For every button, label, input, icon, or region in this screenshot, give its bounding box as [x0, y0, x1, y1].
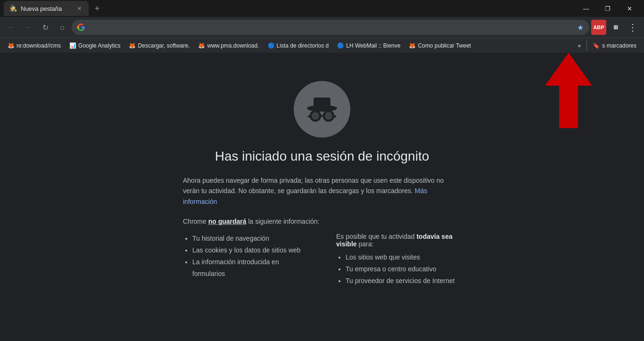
svg-rect-2: [314, 97, 330, 109]
bookmark-label-tweet: Como publicar Tweet: [418, 42, 471, 49]
bookmark-label-analytics: Google Analytics: [78, 42, 120, 49]
extensions-button[interactable]: ⊞: [608, 20, 623, 35]
bookmark-folder-icon: 🔖: [593, 42, 600, 49]
page-content: Has iniciado una sesión de incógnito Aho…: [0, 53, 644, 341]
red-arrow-annotation: [540, 53, 597, 128]
incognito-hat-glasses-icon: [303, 90, 341, 128]
still-visible-col: Es posible que tu actividad todavía sea …: [336, 233, 461, 287]
address-bar[interactable]: ★: [72, 20, 589, 35]
not-saved-bold: no guardará: [208, 218, 247, 225]
svg-line-6: [308, 116, 311, 117]
bookmark-item-lista[interactable]: 🔵 Lista de directorios d: [264, 41, 333, 50]
still-visible-item-3: Tu proveedor de servicios de Internet: [346, 275, 461, 287]
not-saved-col: Tu historial de navegación Las cookies y…: [183, 233, 308, 287]
tab-strip: 🕵️ Nueva pestaña ✕ +: [4, 1, 575, 16]
forward-button[interactable]: →: [21, 20, 36, 35]
still-visible-intro: Es posible que tu actividad todavía sea …: [336, 233, 461, 248]
window-controls: — ❐ ✕: [575, 0, 640, 17]
not-saved-intro: Chrome: [183, 218, 208, 225]
bookmarks-overflow: » 🔖 s marcadores: [574, 41, 640, 50]
not-saved-rest: la siguiente información:: [247, 218, 320, 225]
back-button[interactable]: ←: [4, 20, 19, 35]
close-window-button[interactable]: ✕: [619, 0, 640, 17]
bookmark-label-descargar: Descargar, software,: [138, 42, 190, 49]
address-input[interactable]: [89, 24, 573, 31]
bookmark-label-webmail: LH WebMail :: Bienve: [346, 42, 400, 49]
svg-marker-0: [545, 53, 592, 128]
bookmark-item-webmail[interactable]: 🔵 LH WebMail :: Bienve: [333, 41, 404, 50]
bookmark-favicon-redownload: 🦊: [8, 42, 14, 49]
not-saved-list: Tu historial de navegación Las cookies y…: [183, 233, 308, 280]
svg-point-8: [312, 113, 319, 119]
bookmark-item-analytics[interactable]: 📊 Google Analytics: [66, 41, 124, 50]
not-saved-section: Chrome no guardará la siguiente informac…: [183, 216, 461, 227]
still-visible-item-2: Tu empresa o centro educativo: [346, 263, 461, 275]
tab-close-button[interactable]: ✕: [75, 5, 83, 12]
still-visible-list: Los sitios web que visites Tu empresa o …: [336, 252, 461, 287]
reload-button[interactable]: ↻: [38, 20, 53, 35]
minimize-button[interactable]: —: [575, 0, 597, 17]
bookmark-favicon-tweet: 🦊: [409, 42, 415, 49]
info-columns: Tu historial de navegación Las cookies y…: [183, 233, 461, 287]
other-bookmarks-button[interactable]: 🔖 s marcadores: [589, 41, 640, 50]
incognito-icon: [294, 81, 350, 138]
bookmark-item-pma[interactable]: 🦊 www.pma.download.: [194, 41, 263, 50]
overflow-button[interactable]: »: [574, 41, 585, 50]
bookmark-favicon-descargar: 🦊: [129, 42, 135, 49]
google-g-icon: [77, 24, 85, 31]
adblock-plus-button[interactable]: ABP: [591, 20, 606, 35]
bookmark-label-pma: www.pma.download.: [207, 42, 259, 49]
bookmark-favicon-analytics: 📊: [69, 42, 76, 49]
tab-label: Nueva pestaña: [21, 5, 72, 12]
not-saved-item-3: La información introducida en formulario…: [192, 256, 308, 280]
bookmark-item-redownload[interactable]: 🦊 re:download//cms: [4, 41, 65, 50]
still-visible-text2: para:: [357, 240, 374, 248]
bookmarks-bar: 🦊 re:download//cms 📊 Google Analytics 🦊 …: [0, 38, 644, 53]
incognito-description: Ahora puedes navegar de forma privada; l…: [183, 175, 461, 207]
bookmark-star-icon[interactable]: ★: [577, 23, 584, 32]
bookmark-favicon-lista: 🔵: [268, 42, 274, 49]
not-saved-item-1: Tu historial de navegación: [192, 233, 308, 244]
title-bar: 🕵️ Nueva pestaña ✕ + — ❐ ✕: [0, 0, 644, 17]
bookmark-label-lista: Lista de directorios d: [277, 42, 329, 49]
other-bookmarks-label: s marcadores: [602, 42, 636, 49]
tab-favicon: 🕵️: [9, 5, 17, 12]
not-saved-item-2: Las cookies y los datos de sitios web: [192, 244, 308, 256]
nav-bar: ← → ↻ ⌂ ★ ABP ⊞ ⋮: [0, 17, 644, 38]
still-visible-item-1: Los sitios web que visites: [346, 252, 461, 263]
bookmark-favicon-pma: 🦊: [198, 42, 205, 49]
description-text: Ahora puedes navegar de forma privada; l…: [183, 177, 444, 195]
new-tab-button[interactable]: +: [91, 2, 104, 15]
still-visible-text1: Es posible que tu actividad: [336, 233, 416, 240]
active-tab[interactable]: 🕵️ Nueva pestaña ✕: [4, 1, 89, 16]
bookmark-label-redownload: re:download//cms: [17, 42, 61, 49]
maximize-button[interactable]: ❐: [597, 0, 619, 17]
bookmark-item-tweet[interactable]: 🦊 Como publicar Tweet: [405, 41, 475, 50]
svg-line-7: [333, 116, 336, 117]
bookmark-favicon-webmail: 🔵: [337, 42, 344, 49]
bookmark-item-descargar[interactable]: 🦊 Descargar, software,: [125, 41, 193, 50]
incognito-title: Has iniciado una sesión de incógnito: [215, 149, 429, 164]
svg-point-9: [325, 113, 332, 119]
menu-button[interactable]: ⋮: [625, 20, 640, 35]
home-button[interactable]: ⌂: [55, 20, 70, 35]
